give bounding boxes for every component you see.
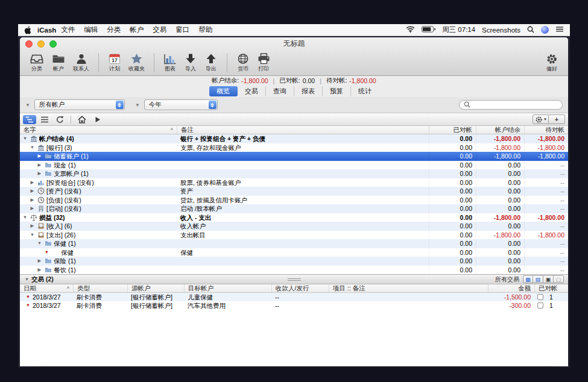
period-filter-dropdown[interactable]: 今年 bbox=[144, 99, 218, 110]
disclosure-closed-icon[interactable]: ▶ bbox=[37, 266, 42, 275]
disclosure-closed-icon[interactable]: ▶ bbox=[37, 257, 42, 266]
tx-column-7[interactable]: 已对帐 bbox=[534, 284, 568, 292]
view-toggle-grid-icon[interactable]: ▦ bbox=[523, 275, 533, 283]
tx-reconciled-checkbox[interactable] bbox=[537, 294, 543, 300]
toolbar-button-5[interactable]: 图表 bbox=[160, 50, 180, 75]
home-button[interactable] bbox=[75, 115, 89, 124]
toolbar-button-6[interactable]: 导入 bbox=[180, 50, 201, 75]
title-bar[interactable]: 无标题 bbox=[20, 37, 568, 50]
view-toggle-empty-icon[interactable]: ▢ bbox=[554, 275, 564, 283]
accounts-column-reconciled[interactable]: 已对帐 bbox=[429, 126, 476, 134]
menu-item-4[interactable]: 交易 bbox=[153, 25, 166, 34]
tab-3[interactable]: 报表 bbox=[294, 86, 323, 96]
disclosure-closed-icon[interactable]: ▶ bbox=[30, 222, 35, 231]
view-toggle-filled-icon[interactable]: ▣ bbox=[543, 275, 554, 283]
tx-column-2[interactable]: 源帐户 bbox=[127, 284, 184, 292]
tx-column-3[interactable]: 目标帐户 bbox=[184, 284, 271, 292]
account-row[interactable]: ▶[资产] (没有)资产0.000.00-- bbox=[20, 187, 568, 196]
account-row[interactable]: ▶储蓄账户 (1)0.00-1,800.00-1,800.00 bbox=[20, 152, 568, 161]
accounts-filter-dropdown[interactable]: 所有帐户 bbox=[34, 99, 125, 110]
tx-column-5[interactable]: 项目 :: 备注 bbox=[329, 284, 488, 292]
menubar-clock[interactable]: 周三 07:14 bbox=[442, 25, 475, 34]
search-field[interactable] bbox=[459, 100, 563, 110]
wifi-icon[interactable] bbox=[406, 26, 415, 34]
accounts-column-balance[interactable]: 帐户结余 bbox=[476, 126, 524, 134]
flat-view-button[interactable] bbox=[38, 115, 51, 124]
battery-icon[interactable] bbox=[422, 26, 435, 34]
toolbar-button-4[interactable]: 收藏夹 bbox=[125, 50, 148, 75]
accounts-column-name[interactable]: 名字^ bbox=[20, 126, 177, 134]
toolbar-button-3[interactable]: 17计划 bbox=[104, 50, 125, 75]
disclosure-open-icon[interactable]: ▼ bbox=[22, 134, 28, 143]
tab-4[interactable]: 预算 bbox=[323, 86, 351, 96]
toolbar-button-7[interactable]: 导出 bbox=[201, 50, 221, 75]
filter-disclosure-icon[interactable]: ▼ bbox=[135, 102, 140, 108]
view-toggle-rows-icon[interactable]: ▤ bbox=[533, 275, 543, 283]
tx-reconciled-checkbox[interactable] bbox=[537, 302, 543, 308]
toolbar-button-0[interactable]: 分类 bbox=[26, 50, 48, 75]
menu-item-0[interactable]: 文件 bbox=[61, 25, 75, 34]
tx-column-0[interactable]: 日期^ bbox=[20, 284, 73, 292]
account-row[interactable]: ▶[启动] (没有)启动 /股本帐户0.000.00-- bbox=[20, 204, 568, 213]
refresh-button[interactable] bbox=[53, 115, 66, 124]
disclosure-closed-icon[interactable]: ▶ bbox=[30, 187, 35, 196]
play-button[interactable] bbox=[90, 115, 104, 124]
account-row[interactable]: ▶[收入] (6)收入帐户0.000.00-- bbox=[20, 222, 568, 231]
account-row[interactable]: ▼[支出] (26)支出帐目0.00-1,800.00-1,800.00 bbox=[20, 231, 568, 240]
disclosure-open-icon[interactable]: ▼ bbox=[37, 239, 42, 248]
toolbar-button-1[interactable]: 帐户 bbox=[48, 50, 69, 75]
disclosure-closed-icon[interactable]: ▶ bbox=[37, 169, 42, 178]
account-row[interactable]: ▶保险 (1)0.000.00-- bbox=[20, 257, 568, 266]
minimize-button[interactable] bbox=[37, 40, 45, 48]
splitter-grip[interactable] bbox=[288, 278, 301, 281]
disclosure-closed-icon[interactable]: ▶ bbox=[30, 204, 35, 213]
menu-item-3[interactable]: 帐户 bbox=[130, 25, 144, 34]
preferences-button[interactable]: 偏好 bbox=[542, 52, 562, 74]
transaction-row[interactable]: ▼2018/3/27刷卡消费[银行储蓄帐户]汽车其他费用---300.001 bbox=[20, 301, 568, 310]
menubar-screenshots[interactable]: Screenshots bbox=[482, 27, 520, 34]
menu-list-icon[interactable] bbox=[555, 26, 564, 34]
disclosure-open-icon[interactable]: ▼ bbox=[30, 231, 35, 240]
accounts-column-pending[interactable]: 待对帐 bbox=[524, 126, 568, 134]
tab-1[interactable]: 交易 bbox=[238, 86, 266, 96]
menu-item-2[interactable]: 分类 bbox=[107, 25, 121, 34]
account-row[interactable]: ▼损益 (32)收入 - 支出0.00-1,800.00-1,800.00 bbox=[20, 213, 568, 222]
disclosure-open-icon[interactable]: ▼ bbox=[24, 277, 30, 282]
toolbar-button-9[interactable]: 打印 bbox=[253, 50, 274, 75]
tx-column-4[interactable]: 收款人/发行 bbox=[271, 284, 329, 292]
disclosure-closed-icon[interactable]: ▶ bbox=[30, 196, 35, 205]
disclosure-closed-icon[interactable]: ▶ bbox=[37, 161, 42, 170]
zoom-button[interactable] bbox=[49, 40, 57, 48]
account-row[interactable]: ▶支票帐户 (1)0.000.00-- bbox=[20, 169, 568, 178]
siri-icon[interactable] bbox=[541, 26, 549, 34]
tab-5[interactable]: 统计 bbox=[351, 86, 379, 96]
disclosure-open-icon[interactable]: ▼ bbox=[30, 143, 35, 152]
app-menu[interactable]: iCash bbox=[37, 27, 56, 34]
tab-0[interactable]: 概览 bbox=[209, 86, 238, 96]
account-row[interactable]: ▶餐饮 (1)0.000.00-- bbox=[20, 266, 568, 275]
menu-item-6[interactable]: 帮助 bbox=[198, 25, 212, 34]
account-row[interactable]: ▶[负债] (没有)贷款, 按揭及信用卡账户0.000.00-- bbox=[20, 196, 568, 205]
spotlight-icon[interactable] bbox=[527, 26, 534, 34]
disclosure-closed-icon[interactable]: ▶ bbox=[30, 178, 35, 187]
tab-2[interactable]: 查询 bbox=[266, 86, 294, 96]
close-button[interactable] bbox=[25, 40, 33, 48]
account-row[interactable]: ▼保健保健0.000.00-- bbox=[20, 248, 568, 257]
transaction-row[interactable]: ▼2018/3/27刷卡消费[银行储蓄帐户]儿童保健---1,500.001 bbox=[20, 293, 568, 301]
apple-menu[interactable] bbox=[24, 26, 31, 34]
account-row[interactable]: ▶[投资组合] (没有)股票, 债券和基金账户0.000.00-- bbox=[20, 178, 568, 187]
menu-item-1[interactable]: 编辑 bbox=[84, 25, 98, 34]
filter-disclosure-icon[interactable]: ▼ bbox=[25, 102, 30, 108]
disclosure-closed-icon[interactable]: ▶ bbox=[37, 152, 42, 161]
accounts-column-note[interactable]: 备注 bbox=[177, 126, 429, 134]
account-row[interactable]: ▼[银行] (3)支票, 存款和现金账户0.00-1,800.00-1,800.… bbox=[20, 143, 568, 152]
account-row[interactable]: ▼帐户结余 (4)银行 + 投资组合 + 资产 + 负债0.00-1,800.0… bbox=[20, 134, 568, 143]
toolbar-button-2[interactable]: 联系人 bbox=[69, 50, 93, 75]
toolbar-button-8[interactable]: 货币 bbox=[233, 50, 253, 75]
tx-column-6[interactable]: 金额 bbox=[488, 284, 534, 292]
add-button[interactable]: + bbox=[549, 114, 565, 124]
account-row[interactable]: ▼保健 (1)0.000.00-- bbox=[20, 239, 568, 248]
account-row[interactable]: ▶现金 (1)0.000.00-- bbox=[20, 161, 568, 170]
search-input[interactable] bbox=[473, 102, 558, 108]
disclosure-open-icon[interactable]: ▼ bbox=[22, 213, 28, 222]
